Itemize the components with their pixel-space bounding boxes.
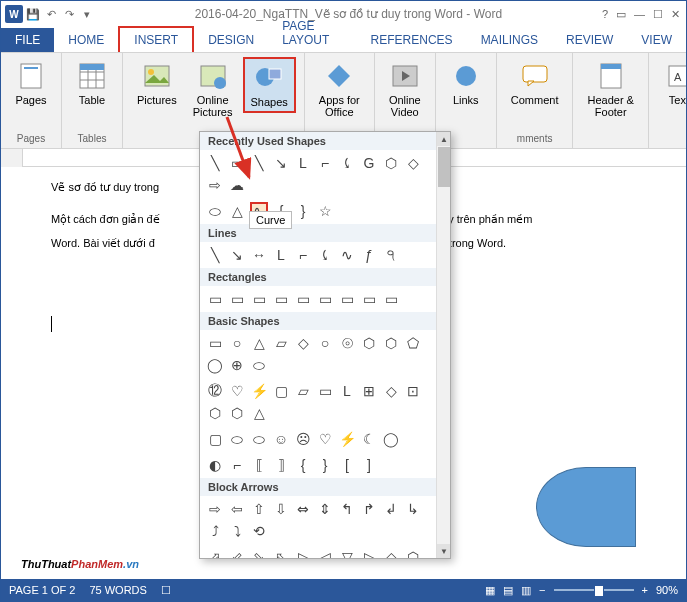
shape-item[interactable]: ↔ [250,246,268,264]
shape-item[interactable]: ƒ [360,246,378,264]
shape-item[interactable]: ▭ [338,290,356,308]
ribbon-options-button[interactable]: ▭ [616,8,626,21]
shape-item[interactable]: ⊞ [360,382,378,400]
help-button[interactable]: ? [602,8,608,21]
shape-item[interactable]: ⤹ [338,154,356,172]
shape-item[interactable]: ⊕ [228,356,246,374]
shape-item[interactable]: ▭ [316,290,334,308]
shape-item[interactable]: ▭ [206,290,224,308]
shape-item[interactable]: ⤵ [228,522,246,540]
shape-item[interactable]: ▢ [206,430,224,448]
shape-item[interactable]: G [360,154,378,172]
tab-home[interactable]: HOME [54,28,118,52]
tab-review[interactable]: REVIEW [552,28,627,52]
shape-item[interactable]: ▭ [272,290,290,308]
tab-file[interactable]: FILE [1,28,54,52]
online-pictures-button[interactable]: Online Pictures [187,57,239,121]
shape-item[interactable]: ▭ [360,290,378,308]
shape-item[interactable]: ◁ [316,548,334,558]
shape-item[interactable]: ▭ [382,290,400,308]
qat-undo-icon[interactable]: ↶ [43,6,59,22]
shape-item[interactable]: ♡ [316,430,334,448]
shape-item[interactable]: ▷ [360,548,378,558]
shape-item[interactable]: ⇔ [294,500,312,518]
shape-item[interactable]: ▭ [228,154,246,172]
shape-item[interactable]: ☾ [360,430,378,448]
apps-button[interactable]: Apps for Office [313,57,366,121]
shape-item[interactable]: ▭ [316,382,334,400]
view-web-icon[interactable]: ▥ [521,584,531,597]
shape-item[interactable]: ◇ [294,334,312,352]
table-button[interactable]: Table [70,57,114,109]
shape-item[interactable]: ╲ [206,154,224,172]
shape-item[interactable]: ⑫ [206,382,224,400]
shape-item[interactable]: ╲ [250,154,268,172]
shape-item[interactable]: ⇕ [316,500,334,518]
shape-item[interactable]: ⟲ [250,522,268,540]
pages-button[interactable]: Pages [9,57,53,109]
shape-item[interactable]: ▷ [294,548,312,558]
shape-item[interactable]: ⬡ [360,334,378,352]
tab-insert[interactable]: INSERT [118,26,194,52]
shape-item[interactable]: ⬡ [382,154,400,172]
shape-item[interactable]: [ [338,456,356,474]
shape-item[interactable]: ⬡ [382,334,400,352]
shape-item[interactable]: △ [250,334,268,352]
shape-item[interactable]: ⬭ [206,202,224,220]
shape-item[interactable]: ⇨ [206,176,224,194]
shape-item[interactable]: ◯ [382,430,400,448]
status-lang-icon[interactable]: ☐ [161,584,171,597]
tab-design[interactable]: DESIGN [194,28,268,52]
shape-item[interactable]: ↰ [338,500,356,518]
shape-item[interactable]: L [272,246,290,264]
shape-item[interactable]: ☆ [316,202,334,220]
shape-item[interactable]: ⇧ [250,500,268,518]
header-footer-button[interactable]: Header & Footer [581,57,639,121]
tab-view[interactable]: VIEW [627,28,686,52]
shape-item[interactable]: ⬭ [250,430,268,448]
tab-mailings[interactable]: MAILINGS [467,28,552,52]
shape-item[interactable]: ▭ [250,290,268,308]
inserted-shape[interactable] [536,467,636,547]
shape-item[interactable]: ⤴ [206,522,224,540]
minimize-button[interactable]: — [634,8,645,21]
maximize-button[interactable]: ☐ [653,8,663,21]
shape-item[interactable]: ⇩ [272,500,290,518]
shape-item[interactable]: ⌐ [316,154,334,172]
shape-item[interactable]: ↲ [382,500,400,518]
shape-item[interactable]: ੧ [382,246,400,264]
tab-page-layout[interactable]: PAGE LAYOUT [268,14,356,52]
shape-item[interactable]: ⌐ [294,246,312,264]
shape-item[interactable]: ⬡ [206,404,224,422]
shape-item[interactable]: ◐ [206,456,224,474]
shape-item[interactable]: ⌐ [228,456,246,474]
shape-item[interactable]: ▽ [338,548,356,558]
shape-item[interactable]: ╲ [206,246,224,264]
shape-item[interactable]: ☁ [228,176,246,194]
qat-save-icon[interactable]: 💾 [25,6,41,22]
scroll-up-icon[interactable]: ▲ [437,132,451,146]
shape-item[interactable]: ▢ [272,382,290,400]
shape-item[interactable]: ↘ [272,154,290,172]
shape-item[interactable]: ◯ [206,356,224,374]
close-button[interactable]: ✕ [671,8,680,21]
shape-item[interactable]: } [294,202,312,220]
status-page[interactable]: PAGE 1 OF 2 [9,584,75,597]
shape-item[interactable]: ⚡ [338,430,356,448]
shapes-button[interactable]: Shapes [243,57,296,113]
shape-item[interactable]: ○ [316,334,334,352]
shape-item[interactable]: ⟧ [272,456,290,474]
shape-item[interactable]: ⬁ [272,548,290,558]
shape-item[interactable]: ▱ [272,334,290,352]
shape-item[interactable]: ⟦ [250,456,268,474]
shape-item[interactable]: ◇ [404,154,422,172]
shapes-scrollbar[interactable]: ▲ ▼ [436,132,450,558]
shape-item[interactable]: △ [250,404,268,422]
shape-item[interactable]: ⇦ [228,500,246,518]
comment-button[interactable]: Comment [505,57,565,109]
text-button[interactable]: A Text [657,57,687,109]
shape-item[interactable]: ⬠ [404,334,422,352]
shape-item[interactable]: ▱ [294,382,312,400]
shape-item[interactable]: ☺ [272,430,290,448]
shape-item[interactable]: ∿ [338,246,356,264]
